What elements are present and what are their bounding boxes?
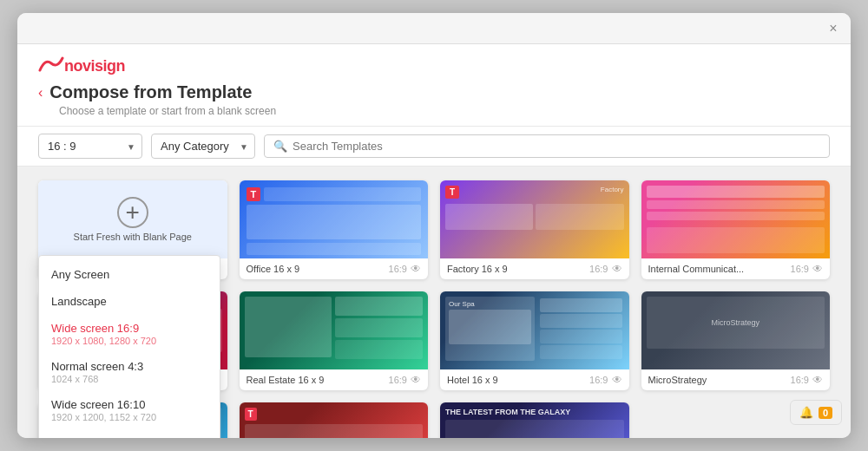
hotel-eye-icon[interactable]: 👁 bbox=[612, 374, 622, 386]
more4-thumb: THE LATEST FROM THE GALAXY bbox=[440, 402, 629, 438]
toolbar: 16 : 9 4:3 16:10 9:16 ▼ Any Category Off… bbox=[17, 127, 851, 167]
dropdown-item[interactable]: Normal screen 4:31024 x 768 bbox=[39, 353, 220, 391]
template-card-more1[interactable]: MicroStrategy MicroStrategy 16:9 👁 bbox=[641, 291, 831, 390]
office-name: Office 16 x 9 bbox=[247, 264, 385, 274]
dropdown-item[interactable]: Wide screen 16:101920 x 1200, 1152 x 720 bbox=[39, 391, 220, 429]
more1-ratio: 16:9 bbox=[791, 375, 809, 385]
more1-thumb: MicroStrategy bbox=[641, 291, 831, 369]
factory-thumb: T Factory bbox=[440, 180, 629, 258]
main-window: × novisign ‹ Compose from Template Choos… bbox=[17, 13, 851, 438]
realestate-name: Real Estate 16 x 9 bbox=[247, 375, 385, 385]
logo: novisign bbox=[38, 55, 830, 77]
dropdown-item[interactable]: Any Screen bbox=[39, 261, 220, 288]
office-thumb: T bbox=[240, 180, 429, 258]
internal-info: Internal Communicat... 16:9 👁 bbox=[641, 258, 831, 279]
factory-info: Factory 16 x 9 16:9 👁 bbox=[440, 258, 629, 279]
factory-eye-icon[interactable]: 👁 bbox=[612, 263, 622, 275]
hotel-info: Hotel 16 x 9 16:9 👁 bbox=[440, 369, 629, 390]
more1-eye-icon[interactable]: 👁 bbox=[812, 374, 823, 386]
ratio-dropdown-menu[interactable]: Any ScreenLandscapeWide screen 16:91920 … bbox=[38, 255, 220, 438]
search-input[interactable] bbox=[293, 140, 820, 153]
category-select-wrapper: Any Category Office Business Hotel ▼ bbox=[151, 134, 255, 159]
dropdown-item[interactable]: Portrait bbox=[39, 429, 220, 438]
template-card-more3[interactable]: T Red Template 16:9 👁 bbox=[240, 402, 429, 438]
factory-ratio: 16:9 bbox=[589, 264, 608, 274]
header: novisign ‹ Compose from Template Choose … bbox=[17, 44, 851, 127]
notification-button[interactable]: 🔔 0 bbox=[790, 400, 842, 425]
office-eye-icon[interactable]: 👁 bbox=[411, 263, 421, 275]
search-box: 🔍 bbox=[264, 134, 830, 158]
template-card-factory[interactable]: T Factory Factory 16 x 9 16:9 👁 bbox=[440, 180, 629, 279]
blank-label: Start Fresh with Blank Page bbox=[67, 232, 199, 242]
notification-bell-icon: 🔔 bbox=[799, 406, 813, 419]
realestate-ratio: 16:9 bbox=[389, 375, 407, 385]
back-arrow-icon[interactable]: ‹ bbox=[38, 85, 43, 101]
office-info: Office 16 x 9 16:9 👁 bbox=[240, 258, 429, 279]
office-ratio: 16:9 bbox=[389, 264, 407, 274]
internal-name: Internal Communicat... bbox=[648, 264, 787, 274]
template-card-realestate[interactable]: Real Estate 16 x 9 16:9 👁 bbox=[240, 291, 429, 390]
hotel-ratio: 16:9 bbox=[589, 375, 608, 385]
page-subtitle: Choose a template or start from a blank … bbox=[59, 105, 830, 117]
page-title: Compose from Template bbox=[49, 82, 252, 102]
realestate-eye-icon[interactable]: 👁 bbox=[411, 374, 421, 386]
main-content: + Start Fresh with Blank Page T bbox=[17, 167, 851, 438]
internal-ratio: 16:9 bbox=[791, 264, 809, 274]
ratio-select[interactable]: 16 : 9 4:3 16:10 9:16 bbox=[38, 134, 142, 159]
realestate-info: Real Estate 16 x 9 16:9 👁 bbox=[240, 369, 429, 390]
notification-badge: 0 bbox=[819, 407, 832, 419]
blank-plus-icon: + bbox=[117, 197, 148, 228]
internal-eye-icon[interactable]: 👁 bbox=[812, 263, 823, 275]
template-card-more4[interactable]: THE LATEST FROM THE GALAXY Galaxy Templa… bbox=[440, 402, 629, 438]
dropdown-item[interactable]: Wide screen 16:91920 x 1080, 1280 x 720 bbox=[39, 315, 220, 353]
more1-info: MicroStrategy 16:9 👁 bbox=[641, 369, 831, 390]
more1-name: MicroStrategy bbox=[648, 375, 787, 385]
search-icon: 🔍 bbox=[273, 140, 287, 153]
factory-name: Factory 16 x 9 bbox=[447, 264, 586, 274]
more3-thumb: T bbox=[240, 402, 429, 438]
close-button[interactable]: × bbox=[826, 22, 840, 36]
template-card-office[interactable]: T Office 16 x 9 16:9 👁 bbox=[240, 180, 429, 279]
dropdown-item[interactable]: Landscape bbox=[39, 288, 220, 315]
ratio-select-wrapper: 16 : 9 4:3 16:10 9:16 ▼ bbox=[38, 134, 142, 159]
category-select[interactable]: Any Category Office Business Hotel bbox=[151, 134, 255, 159]
blank-thumb: + Start Fresh with Blank Page bbox=[38, 180, 227, 258]
realestate-thumb bbox=[240, 291, 429, 369]
page-title-row: ‹ Compose from Template bbox=[38, 82, 830, 102]
hotel-name: Hotel 16 x 9 bbox=[447, 375, 586, 385]
logo-icon bbox=[38, 55, 64, 77]
internal-thumb bbox=[641, 180, 831, 258]
template-card-hotel[interactable]: Our Spa Hotel 16 x 9 16:9 � bbox=[440, 291, 629, 390]
logo-text: novisign bbox=[64, 57, 125, 75]
title-bar: × bbox=[17, 13, 851, 44]
template-card-internal[interactable]: Internal Communicat... 16:9 👁 bbox=[641, 180, 831, 279]
hotel-thumb: Our Spa bbox=[440, 291, 629, 369]
